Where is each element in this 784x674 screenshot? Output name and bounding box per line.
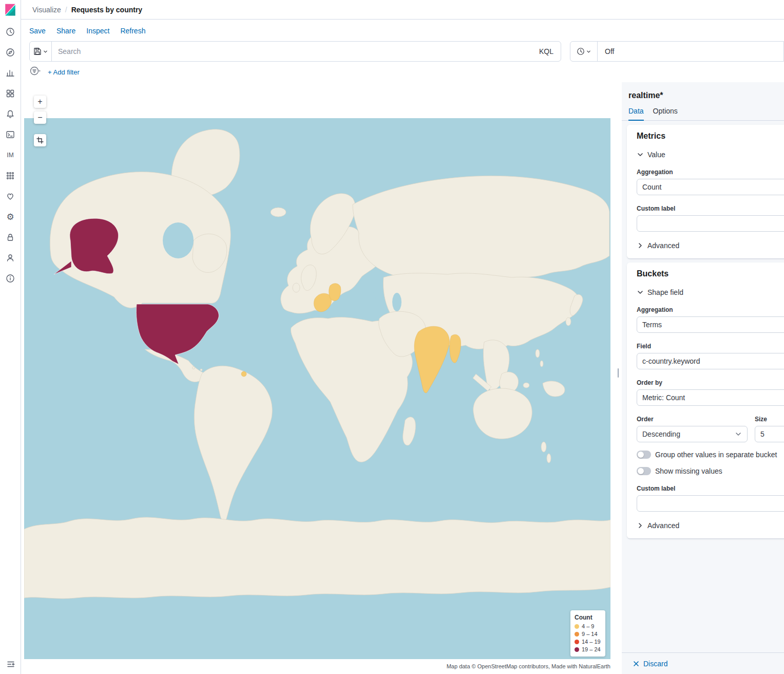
console-icon [6,130,15,139]
inspect-button[interactable]: Inspect [86,27,109,35]
query-row: KQL Off [21,41,784,62]
panel-resizer[interactable] [615,86,621,659]
legend-color-dot [575,640,579,644]
bucket-aggregation-select[interactable]: Terms [637,316,784,333]
metric-value-label: Value [647,151,665,159]
nav-users[interactable] [6,253,15,263]
metric-aggregation-select[interactable]: Count [637,179,784,195]
country-suriname[interactable] [241,371,246,377]
nav-dashboard[interactable] [6,89,15,98]
map-attribution: Map data © OpenStreetMap contributors, M… [24,663,610,669]
order-label: Order [637,416,748,423]
switch-knob [638,452,644,458]
nav-im[interactable]: IM [6,151,15,160]
breadcrumb-visualize[interactable]: Visualize [32,6,61,14]
nav-security[interactable] [6,233,15,242]
metric-aggregation-value: Count [642,183,661,191]
region-map[interactable]: + − Count 4 – 99 – 1414 – 1919 – 24 [24,86,610,659]
metric-advanced-label: Advanced [647,241,679,250]
map-controls: + − [34,96,46,146]
legend-range-label: 19 – 24 [582,646,601,652]
filter-icon [29,65,41,77]
show-missing-toggle-row: Show missing values [637,467,784,475]
zoom-out-button[interactable]: − [34,111,46,124]
shape-field-label: Shape field [647,288,683,296]
bucket-custom-label-label: Custom label [637,485,784,492]
size-input[interactable] [760,430,784,438]
bucket-advanced-label: Advanced [647,521,679,530]
order-select[interactable]: Descending [637,426,748,442]
show-missing-switch[interactable] [637,467,651,475]
field-combobox[interactable]: c-country.keyword [637,353,784,369]
nav-recently-viewed[interactable] [6,27,15,36]
lock-icon [6,233,15,242]
legend-range-label: 9 – 14 [582,631,598,637]
filter-options-button[interactable] [29,65,41,79]
page-title: Requests by country [71,6,142,14]
quick-select-button[interactable] [570,42,598,61]
chevron-right-icon [637,242,644,249]
discard-label: Discard [643,660,667,668]
bucket-custom-label-field[interactable] [637,495,784,512]
share-button[interactable]: Share [56,27,75,35]
nav-discover[interactable] [6,48,15,57]
chevron-right-icon [637,522,644,529]
bucket-custom-label-input[interactable] [642,499,784,508]
order-value: Descending [642,430,680,438]
chevron-down-icon [43,49,48,54]
save-button[interactable]: Save [29,27,46,35]
close-icon [633,661,639,667]
tab-data[interactable]: Data [628,107,644,121]
nav-rail: IM ⚙ [0,0,21,674]
bell-icon [6,109,15,119]
bucket-aggregation-label: Aggregation [637,306,784,313]
nav-apps[interactable] [6,171,15,180]
chevron-down-icon [586,49,591,54]
date-picker: Off [570,41,784,62]
country-alaska[interactable] [70,218,119,274]
nav-alerts[interactable] [6,109,15,119]
nav-info[interactable] [6,274,15,283]
saved-query-menu-button[interactable] [30,42,52,61]
vis-editor-panel: realtime* Data Options Metrics Value Agg… [622,82,784,674]
tab-options[interactable]: Options [653,107,678,120]
nav-collapse[interactable] [6,660,15,669]
kibana-logo[interactable] [0,0,21,21]
nav-dev-tools[interactable] [6,130,15,139]
bucket-advanced-accordion[interactable]: Advanced [637,521,784,530]
field-label: Field [637,343,784,350]
legend-range-label: 14 – 19 [582,639,601,645]
nav-visualize[interactable] [6,68,15,78]
save-icon [33,47,42,55]
switch-knob [638,468,644,474]
toolbar: Save Share Inspect Refresh [21,20,784,41]
kql-language-button[interactable]: KQL [532,47,561,55]
metric-value-accordion[interactable]: Value [637,151,784,159]
metric-custom-label-field[interactable] [637,215,784,232]
chevron-down-icon [637,151,644,158]
world-map-canvas[interactable] [24,86,610,659]
metrics-card: Metrics Value Aggregation Count Custom l… [627,125,784,258]
metric-custom-label-input[interactable] [642,219,784,228]
chevron-down-icon [637,289,644,296]
metric-advanced-accordion[interactable]: Advanced [637,241,784,250]
nav-uptime[interactable] [6,192,15,201]
gear-icon: ⚙ [6,213,14,221]
refresh-button[interactable]: Refresh [120,27,145,35]
query-bar: KQL [29,41,561,62]
refresh-interval-state[interactable]: Off [605,47,614,55]
order-by-select[interactable]: Metric: Count [637,389,784,406]
buckets-title: Buckets [637,269,784,278]
zoom-in-button[interactable]: + [34,96,46,108]
fit-to-data-button[interactable] [34,134,46,146]
shape-field-accordion[interactable]: Shape field [637,288,784,296]
group-other-toggle-row: Group other values in separate bucket [637,451,784,459]
nav-management[interactable]: ⚙ [6,212,15,221]
group-other-switch[interactable] [637,451,651,459]
search-input[interactable] [52,42,532,61]
discard-button[interactable]: Discard [622,652,784,674]
kibana-logo-icon [4,4,17,17]
kibana-visualize-app: IM ⚙ [0,0,784,674]
order-by-value: Metric: Count [642,394,685,402]
add-filter-button[interactable]: + Add filter [48,68,80,76]
